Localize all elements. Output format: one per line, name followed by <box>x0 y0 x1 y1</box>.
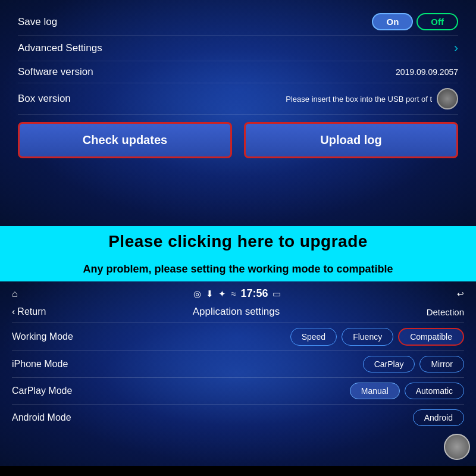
box-version-row: Box version Please insert the box into t… <box>18 83 458 115</box>
box-version-text: Please insert the box into the USB port … <box>286 95 432 104</box>
bluetooth-icon: ✦ <box>218 289 226 299</box>
iphone-mode-options: CarPlay Mirror <box>363 356 464 372</box>
manual-button[interactable]: Manual <box>350 383 400 399</box>
bottom-section: ⌂ ◎ ⬇ ✦ ≈ 17:56 ▭ ↩ ‹ Return Application… <box>0 281 476 466</box>
status-time: 17:56 <box>240 287 268 300</box>
action-buttons-row: Check updates Upload log <box>18 122 458 158</box>
carplay-mode-options: Manual Automatic <box>350 383 464 399</box>
android-mode-label: Android Mode <box>12 412 71 423</box>
download-icon: ⬇ <box>206 289 214 299</box>
status-bar: ⌂ ◎ ⬇ ✦ ≈ 17:56 ▭ ↩ <box>12 286 464 303</box>
fluency-button[interactable]: Fluency <box>342 328 393 346</box>
automatic-button[interactable]: Automatic <box>405 383 464 399</box>
software-version-value: 2019.09.09.2057 <box>396 67 458 77</box>
compatible-button[interactable]: Compatible <box>398 328 464 346</box>
back-icon[interactable]: ↩ <box>457 289 464 299</box>
home-icon: ⌂ <box>12 289 18 299</box>
working-mode-row: Working Mode Speed Fluency Compatible <box>12 322 464 350</box>
advanced-settings-label: Advanced Settings <box>18 42 102 54</box>
wifi-icon: ≈ <box>231 289 236 299</box>
toggle-on-button[interactable]: On <box>372 13 413 30</box>
advanced-settings-row[interactable]: Advanced Settings › <box>18 36 458 61</box>
carplay-mode-label: CarPlay Mode <box>12 386 72 396</box>
app-header: ‹ Return Application settings Detection <box>12 303 464 322</box>
detection-button[interactable]: Detection <box>427 307 464 317</box>
usb-icon <box>437 88 458 109</box>
carplay-mode-row: CarPlay Mode Manual Automatic <box>12 377 464 404</box>
upload-log-button[interactable]: Upload log <box>244 122 458 158</box>
save-log-label: Save log <box>18 16 57 28</box>
android-button[interactable]: Android <box>413 409 464 426</box>
top-section: Save log On Off Advanced Settings › Soft… <box>0 0 476 226</box>
speed-button[interactable]: Speed <box>290 328 337 346</box>
working-mode-label: Working Mode <box>12 331 73 342</box>
iphone-mode-row: iPhone Mode CarPlay Mirror <box>12 350 464 377</box>
compatible-banner-text: Any problem, please setting the working … <box>83 263 393 275</box>
bottom-usb-icon <box>444 434 470 460</box>
compatible-banner: Any problem, please setting the working … <box>0 257 476 281</box>
iphone-mode-label: iPhone Mode <box>12 359 68 369</box>
android-mode-row: Android Mode Android <box>12 404 464 431</box>
arrow-right-icon: › <box>454 40 458 56</box>
return-button[interactable]: ‹ Return <box>12 306 46 317</box>
compass-icon: ◎ <box>193 289 201 299</box>
software-version-label: Software version <box>18 66 93 78</box>
save-log-row: Save log On Off <box>18 8 458 36</box>
check-updates-button[interactable]: Check updates <box>18 122 232 158</box>
upgrade-banner-text: Please clicking here to upgrade <box>108 232 368 250</box>
box-version-value-group: Please insert the box into the USB port … <box>286 88 458 109</box>
software-version-row: Software version 2019.09.09.2057 <box>18 61 458 83</box>
battery-icon: ▭ <box>273 289 281 299</box>
return-label: Return <box>17 306 46 317</box>
chevron-left-icon: ‹ <box>12 306 15 317</box>
app-title: Application settings <box>193 306 280 318</box>
mirror-button[interactable]: Mirror <box>419 356 464 372</box>
carplay-button[interactable]: CarPlay <box>363 356 415 372</box>
status-center: ◎ ⬇ ✦ ≈ 17:56 ▭ <box>193 287 281 300</box>
save-log-toggle: On Off <box>372 13 458 30</box>
working-mode-options: Speed Fluency Compatible <box>290 328 464 346</box>
box-version-label: Box version <box>18 93 71 105</box>
upgrade-banner[interactable]: Please clicking here to upgrade <box>0 226 476 257</box>
android-mode-options: Android <box>413 409 464 426</box>
toggle-off-button[interactable]: Off <box>416 13 458 30</box>
